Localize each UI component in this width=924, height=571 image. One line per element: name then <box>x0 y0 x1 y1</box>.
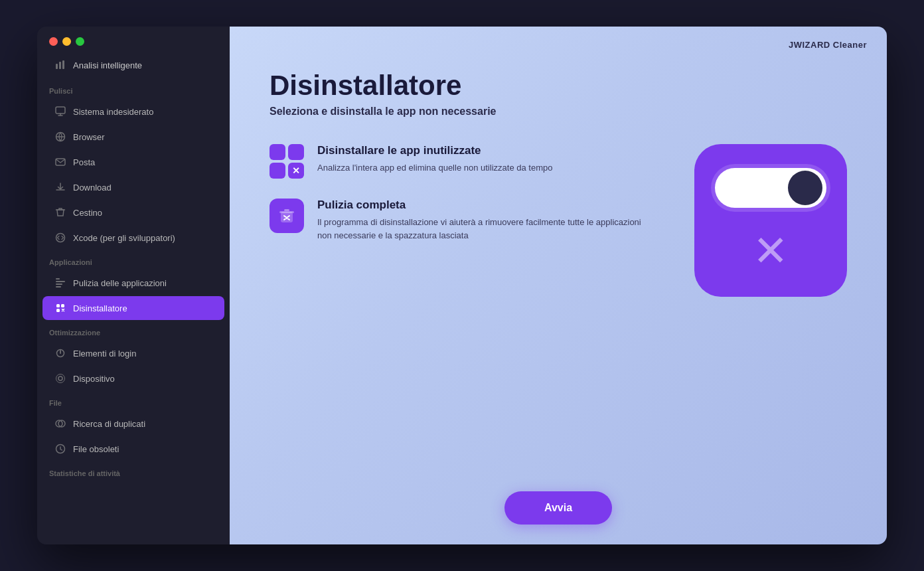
page-subtitle: Seleziona e disinstalla le app non neces… <box>270 106 847 118</box>
feature-complete-clean: Pulizia completa Il programma di disinst… <box>270 199 668 242</box>
page-title: Disinstallatore <box>270 70 847 102</box>
trash-svg <box>277 206 296 225</box>
app-dot-x: ✕ <box>288 163 304 179</box>
sidebar-item-sistema[interactable]: Sistema indesiderato <box>42 100 224 123</box>
sidebar-item-download[interactable]: Download <box>42 175 224 199</box>
svg-rect-8 <box>56 281 65 282</box>
main-content: Disinstallatore Seleziona e disinstalla … <box>230 63 887 478</box>
download-label: Download <box>73 183 112 193</box>
titlebar <box>37 27 230 54</box>
section-statistiche: Statistiche di attività <box>37 461 230 481</box>
sidebar-item-browser[interactable]: Browser <box>42 125 224 149</box>
close-button[interactable] <box>49 37 58 46</box>
duplicati-label: Ricerca di duplicati <box>73 419 145 429</box>
illustration: ✕ <box>694 144 847 297</box>
feature-unused-desc: Analizza l'intera app ed elimina quelle … <box>317 161 552 175</box>
trash-purple-icon <box>270 199 304 233</box>
sidebar: Analisi intelligente Pulisci Sistema ind… <box>37 27 230 544</box>
apps-grid-icon: ✕ <box>270 144 304 179</box>
sidebar-item-obsoleti[interactable]: File obsoleti <box>42 437 224 461</box>
analisi-label: Analisi intelligente <box>73 60 142 70</box>
uninstall-icon <box>54 302 66 314</box>
cestino-label: Cestino <box>73 208 102 218</box>
code-icon <box>54 232 66 244</box>
apps-icon <box>54 277 66 289</box>
feature-unused-title: Disinstallare le app inutilizzate <box>317 144 552 157</box>
illus-container: ✕ <box>694 144 847 297</box>
avvia-button[interactable]: Avvia <box>504 491 612 525</box>
svg-rect-11 <box>56 304 60 307</box>
disinstallatore-label: Disinstallatore <box>73 303 127 313</box>
download-icon <box>54 181 66 193</box>
toggle-area <box>711 164 830 212</box>
svg-rect-1 <box>59 62 61 69</box>
svg-point-15 <box>58 376 62 380</box>
file-old-icon <box>54 443 66 455</box>
bottom-area: Avvia <box>230 478 887 544</box>
svg-rect-2 <box>62 60 64 69</box>
section-applicazioni: Applicazioni <box>37 250 230 270</box>
device-icon <box>54 372 66 384</box>
feature-clean-title: Pulizia completa <box>317 199 649 212</box>
features-list: ✕ Disinstallare le app inutilizzate Anal… <box>270 144 668 242</box>
svg-rect-22 <box>279 211 294 213</box>
sidebar-item-disinstallatore[interactable]: Disinstallatore <box>42 296 224 320</box>
svg-rect-7 <box>56 278 60 280</box>
app-window: Analisi intelligente Pulisci Sistema ind… <box>37 27 887 544</box>
mail-icon <box>54 156 66 168</box>
power-icon <box>54 347 66 359</box>
svg-rect-13 <box>56 309 60 312</box>
sidebar-item-pulizia-app[interactable]: Pulizia delle applicazioni <box>42 271 224 295</box>
sidebar-item-xcode[interactable]: Xcode (per gli sviluppatori) <box>42 226 224 250</box>
sidebar-item-analisi[interactable]: Analisi intelligente <box>42 54 224 76</box>
login-label: Elementi di login <box>73 349 136 359</box>
duplicate-icon <box>54 418 66 430</box>
section-pulisci: Pulisci <box>37 79 230 99</box>
app-brand: JWIZARD Cleaner <box>789 40 867 50</box>
xcode-label: Xcode (per gli sviluppatori) <box>73 233 175 243</box>
section-file: File <box>37 391 230 411</box>
posta-label: Posta <box>73 157 95 167</box>
main-header: JWIZARD Cleaner <box>230 27 887 63</box>
svg-rect-9 <box>56 284 62 285</box>
system-icon <box>54 106 66 118</box>
svg-rect-0 <box>56 64 58 69</box>
sistema-label: Sistema indesiderato <box>73 107 153 117</box>
svg-rect-3 <box>56 107 65 114</box>
feature-clean-desc: Il programma di disinstallazione vi aiut… <box>317 216 649 242</box>
main-content-area: JWIZARD Cleaner Disinstallatore Selezion… <box>230 27 887 544</box>
feature-unused-text: Disinstallare le app inutilizzate Analiz… <box>317 144 552 175</box>
svg-rect-20 <box>284 209 289 211</box>
traffic-lights <box>49 37 84 46</box>
svg-rect-10 <box>56 286 61 287</box>
toggle-track <box>715 168 826 208</box>
sidebar-item-login[interactable]: Elementi di login <box>42 341 224 365</box>
features-area: ✕ Disinstallare le app inutilizzate Anal… <box>270 144 847 297</box>
app-dot-1 <box>270 144 285 160</box>
x-mark: ✕ <box>753 230 789 272</box>
minimize-button[interactable] <box>62 37 71 46</box>
browser-icon <box>54 131 66 143</box>
toggle-thumb <box>788 171 822 205</box>
sidebar-item-cestino[interactable]: Cestino <box>42 201 224 224</box>
maximize-button[interactable] <box>76 37 84 46</box>
obsoleti-label: File obsoleti <box>73 444 119 454</box>
feature-unused-apps: ✕ Disinstallare le app inutilizzate Anal… <box>270 144 668 179</box>
svg-rect-12 <box>61 304 64 307</box>
browser-label: Browser <box>73 132 105 142</box>
x-mark-area: ✕ <box>744 224 797 278</box>
app-dot-3 <box>270 163 285 179</box>
app-dot-2 <box>288 144 304 160</box>
svg-point-16 <box>56 374 65 383</box>
chart-icon <box>54 59 66 71</box>
sidebar-item-posta[interactable]: Posta <box>42 150 224 174</box>
pulizia-app-label: Pulizia delle applicazioni <box>73 278 167 288</box>
dispositivo-label: Dispositivo <box>73 374 115 384</box>
feature-clean-text: Pulizia completa Il programma di disinst… <box>317 199 649 242</box>
trash-sidebar-icon <box>54 206 66 218</box>
section-ottimizzazione: Ottimizzazione <box>37 321 230 341</box>
sidebar-item-duplicati[interactable]: Ricerca di duplicati <box>42 412 224 436</box>
sidebar-item-dispositivo[interactable]: Dispositivo <box>42 367 224 390</box>
